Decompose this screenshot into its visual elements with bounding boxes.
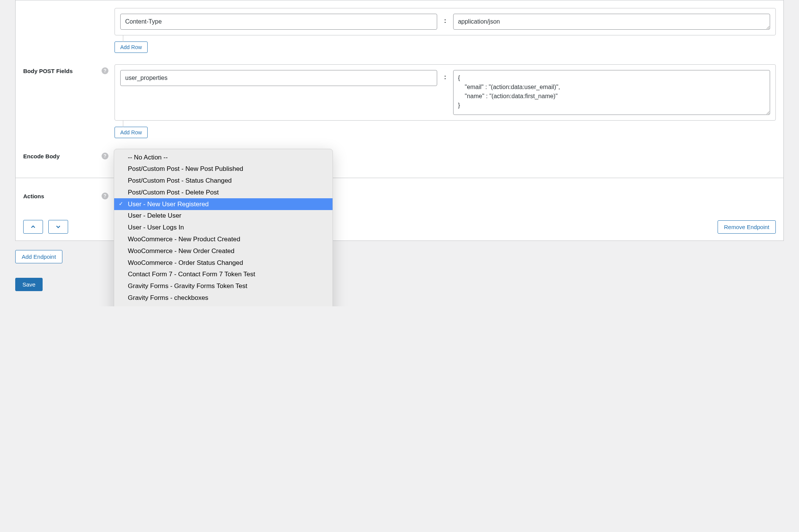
add-body-row-button[interactable]: Add Row [115,127,148,138]
dropdown-option[interactable]: WooCommerce - Order Status Changed [114,257,333,269]
actions-dropdown-popup: -- No Action --Post/Custom Post - New Po… [114,149,333,306]
dropdown-option[interactable]: Contact Form 7 - Contact Form 7 Token Te… [114,269,333,280]
move-down-button[interactable] [48,220,68,234]
add-header-row-button[interactable]: Add Row [115,41,148,53]
dropdown-option[interactable]: Post/Custom Post - Status Changed [114,175,333,187]
dropdown-option[interactable]: WPForms - WPForms Token Test [114,304,333,306]
dropdown-option[interactable]: User - New User Registered [114,198,333,210]
dropdown-option[interactable]: Post/Custom Post - Delete Post [114,186,333,198]
chevron-down-icon [55,223,62,230]
header-key-input[interactable] [120,14,437,30]
dropdown-option[interactable]: Post/Custom Post - New Post Published [114,163,333,175]
dropdown-option[interactable]: WooCommerce - New Order Created [114,245,333,257]
remove-endpoint-button[interactable]: Remove Endpoint [718,220,776,234]
body-value-input[interactable]: { "email" : "(action:data:user_email)", … [453,70,770,115]
chevron-up-icon [30,223,37,230]
encode-body-label: Encode Body [23,153,98,159]
body-field-row: : { "email" : "(action:data:user_email)"… [115,64,776,121]
dropdown-option[interactable]: Gravity Forms - checkboxes [114,292,333,304]
save-button[interactable]: Save [15,278,43,291]
actions-label: Actions [23,193,98,199]
body-key-input[interactable] [120,70,437,86]
body-fields-label: Body POST Fields [23,68,98,74]
kv-separator: : [444,14,446,24]
dropdown-option[interactable]: User - User Logs In [114,222,333,234]
header-row: : application/json [115,8,776,35]
dropdown-option[interactable]: WooCommerce - New Product Created [114,234,333,245]
kv-separator: : [444,70,446,81]
dropdown-option[interactable]: Gravity Forms - Gravity Forms Token Test [114,280,333,292]
help-icon: ? [102,193,108,199]
dropdown-option[interactable]: -- No Action -- [114,151,333,163]
help-icon: ? [102,67,108,74]
help-icon: ? [102,153,108,159]
dropdown-option[interactable]: User - Delete User [114,210,333,222]
header-value-input[interactable]: application/json [453,14,770,30]
add-endpoint-button[interactable]: Add Endpoint [15,250,62,263]
move-up-button[interactable] [23,220,43,234]
